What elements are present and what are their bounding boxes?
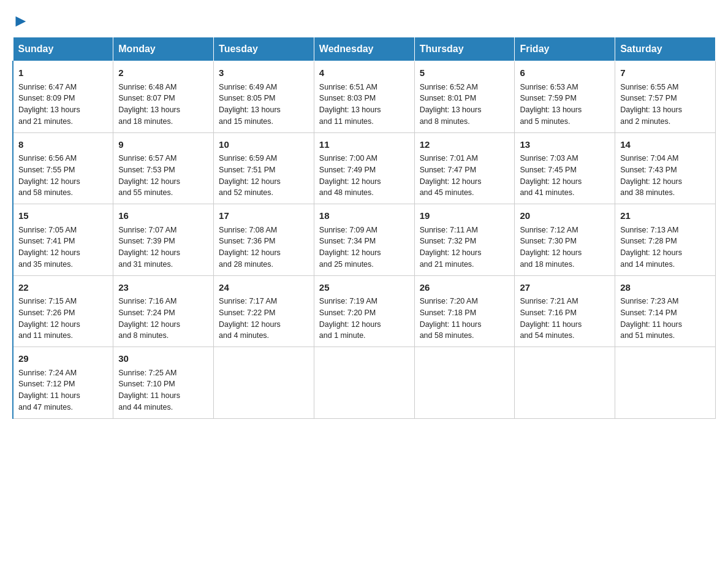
calendar-cell: 18Sunrise: 7:09 AMSunset: 7:34 PMDayligh…	[314, 204, 414, 276]
day-info: Sunrise: 7:04 AMSunset: 7:43 PMDaylight:…	[620, 153, 710, 199]
day-number: 25	[319, 281, 409, 295]
calendar-cell	[414, 347, 515, 419]
day-number: 22	[18, 281, 108, 295]
week-row-2: 8Sunrise: 6:56 AMSunset: 7:55 PMDaylight…	[13, 132, 716, 204]
day-number: 13	[520, 138, 610, 152]
calendar-cell: 27Sunrise: 7:21 AMSunset: 7:16 PMDayligh…	[515, 275, 615, 347]
day-info: Sunrise: 7:25 AMSunset: 7:10 PMDaylight:…	[118, 367, 208, 413]
calendar-cell: 21Sunrise: 7:13 AMSunset: 7:28 PMDayligh…	[615, 204, 716, 276]
day-info: Sunrise: 7:21 AMSunset: 7:16 PMDaylight:…	[520, 296, 610, 342]
day-number: 3	[219, 66, 309, 80]
week-row-5: 29Sunrise: 7:24 AMSunset: 7:12 PMDayligh…	[13, 347, 716, 419]
day-info: Sunrise: 6:57 AMSunset: 7:53 PMDaylight:…	[118, 153, 208, 199]
day-number: 4	[319, 66, 409, 80]
day-info: Sunrise: 7:08 AMSunset: 7:36 PMDaylight:…	[219, 224, 309, 270]
calendar-cell: 13Sunrise: 7:03 AMSunset: 7:45 PMDayligh…	[515, 132, 615, 204]
day-number: 16	[118, 209, 208, 223]
calendar-cell: 1Sunrise: 6:47 AMSunset: 8:09 PMDaylight…	[13, 61, 113, 133]
day-info: Sunrise: 6:55 AMSunset: 7:57 PMDaylight:…	[620, 82, 710, 128]
calendar-cell: 2Sunrise: 6:48 AMSunset: 8:07 PMDaylight…	[113, 61, 214, 133]
calendar-table: Sunday Monday Tuesday Wednesday Thursday…	[12, 37, 716, 419]
calendar-cell: 16Sunrise: 7:07 AMSunset: 7:39 PMDayligh…	[113, 204, 214, 276]
calendar-cell: 5Sunrise: 6:52 AMSunset: 8:01 PMDaylight…	[414, 61, 515, 133]
day-info: Sunrise: 7:00 AMSunset: 7:49 PMDaylight:…	[319, 153, 409, 199]
calendar-cell: 12Sunrise: 7:01 AMSunset: 7:47 PMDayligh…	[414, 132, 515, 204]
day-info: Sunrise: 6:51 AMSunset: 8:03 PMDaylight:…	[319, 82, 409, 128]
day-info: Sunrise: 7:12 AMSunset: 7:30 PMDaylight:…	[520, 224, 610, 270]
week-row-1: 1Sunrise: 6:47 AMSunset: 8:09 PMDaylight…	[13, 61, 716, 133]
calendar-cell: 7Sunrise: 6:55 AMSunset: 7:57 PMDaylight…	[615, 61, 716, 133]
day-number: 8	[18, 138, 108, 152]
calendar-cell	[515, 347, 615, 419]
day-number: 7	[620, 66, 710, 80]
calendar-cell: 28Sunrise: 7:23 AMSunset: 7:14 PMDayligh…	[615, 275, 716, 347]
day-info: Sunrise: 6:48 AMSunset: 8:07 PMDaylight:…	[118, 82, 208, 128]
day-info: Sunrise: 7:24 AMSunset: 7:12 PMDaylight:…	[18, 367, 108, 413]
day-number: 6	[520, 66, 610, 80]
day-number: 27	[520, 281, 610, 295]
header-tuesday: Tuesday	[214, 37, 314, 61]
calendar-cell	[214, 347, 314, 419]
day-info: Sunrise: 7:05 AMSunset: 7:41 PMDaylight:…	[18, 224, 108, 270]
calendar-cell: 8Sunrise: 6:56 AMSunset: 7:55 PMDaylight…	[13, 132, 113, 204]
day-number: 10	[219, 138, 309, 152]
calendar-cell: 11Sunrise: 7:00 AMSunset: 7:49 PMDayligh…	[314, 132, 414, 204]
day-number: 29	[18, 352, 108, 366]
day-info: Sunrise: 7:23 AMSunset: 7:14 PMDaylight:…	[620, 296, 710, 342]
day-info: Sunrise: 7:17 AMSunset: 7:22 PMDaylight:…	[219, 296, 309, 342]
calendar-cell: 17Sunrise: 7:08 AMSunset: 7:36 PMDayligh…	[214, 204, 314, 276]
day-number: 17	[219, 209, 309, 223]
weekday-header-row: Sunday Monday Tuesday Wednesday Thursday…	[13, 37, 716, 61]
calendar-cell: 29Sunrise: 7:24 AMSunset: 7:12 PMDayligh…	[13, 347, 113, 419]
day-info: Sunrise: 6:56 AMSunset: 7:55 PMDaylight:…	[18, 153, 108, 199]
calendar-cell: 25Sunrise: 7:19 AMSunset: 7:20 PMDayligh…	[314, 275, 414, 347]
logo: ►	[12, 12, 29, 27]
calendar-cell: 23Sunrise: 7:16 AMSunset: 7:24 PMDayligh…	[113, 275, 214, 347]
day-number: 21	[620, 209, 710, 223]
day-number: 18	[319, 209, 409, 223]
calendar-cell	[314, 347, 414, 419]
day-info: Sunrise: 7:01 AMSunset: 7:47 PMDaylight:…	[420, 153, 510, 199]
calendar-cell: 24Sunrise: 7:17 AMSunset: 7:22 PMDayligh…	[214, 275, 314, 347]
day-info: Sunrise: 7:15 AMSunset: 7:26 PMDaylight:…	[18, 296, 108, 342]
day-number: 24	[219, 281, 309, 295]
week-row-4: 22Sunrise: 7:15 AMSunset: 7:26 PMDayligh…	[13, 275, 716, 347]
week-row-3: 15Sunrise: 7:05 AMSunset: 7:41 PMDayligh…	[13, 204, 716, 276]
day-info: Sunrise: 7:20 AMSunset: 7:18 PMDaylight:…	[420, 296, 510, 342]
header-thursday: Thursday	[414, 37, 515, 61]
day-info: Sunrise: 6:49 AMSunset: 8:05 PMDaylight:…	[219, 82, 309, 128]
day-number: 26	[420, 281, 510, 295]
day-info: Sunrise: 7:16 AMSunset: 7:24 PMDaylight:…	[118, 296, 208, 342]
day-number: 19	[420, 209, 510, 223]
day-info: Sunrise: 6:53 AMSunset: 7:59 PMDaylight:…	[520, 82, 610, 128]
day-number: 28	[620, 281, 710, 295]
day-number: 14	[620, 138, 710, 152]
calendar-cell: 10Sunrise: 6:59 AMSunset: 7:51 PMDayligh…	[214, 132, 314, 204]
header-monday: Monday	[113, 37, 214, 61]
calendar-cell: 20Sunrise: 7:12 AMSunset: 7:30 PMDayligh…	[515, 204, 615, 276]
logo-icon: ►	[12, 12, 29, 29]
day-info: Sunrise: 6:47 AMSunset: 8:09 PMDaylight:…	[18, 82, 108, 128]
day-number: 12	[420, 138, 510, 152]
calendar-cell: 26Sunrise: 7:20 AMSunset: 7:18 PMDayligh…	[414, 275, 515, 347]
page-header: ►	[12, 12, 716, 27]
day-info: Sunrise: 7:13 AMSunset: 7:28 PMDaylight:…	[620, 224, 710, 270]
logo-text: ►	[12, 12, 29, 29]
day-number: 11	[319, 138, 409, 152]
day-info: Sunrise: 7:11 AMSunset: 7:32 PMDaylight:…	[420, 224, 510, 270]
calendar-cell: 4Sunrise: 6:51 AMSunset: 8:03 PMDaylight…	[314, 61, 414, 133]
day-number: 9	[118, 138, 208, 152]
header-friday: Friday	[515, 37, 615, 61]
day-info: Sunrise: 6:52 AMSunset: 8:01 PMDaylight:…	[420, 82, 510, 128]
calendar-cell: 22Sunrise: 7:15 AMSunset: 7:26 PMDayligh…	[13, 275, 113, 347]
calendar-cell: 19Sunrise: 7:11 AMSunset: 7:32 PMDayligh…	[414, 204, 515, 276]
day-number: 15	[18, 209, 108, 223]
header-saturday: Saturday	[615, 37, 716, 61]
day-number: 20	[520, 209, 610, 223]
calendar-cell: 30Sunrise: 7:25 AMSunset: 7:10 PMDayligh…	[113, 347, 214, 419]
calendar-cell: 6Sunrise: 6:53 AMSunset: 7:59 PMDaylight…	[515, 61, 615, 133]
header-wednesday: Wednesday	[314, 37, 414, 61]
day-info: Sunrise: 7:19 AMSunset: 7:20 PMDaylight:…	[319, 296, 409, 342]
calendar-cell	[615, 347, 716, 419]
day-number: 23	[118, 281, 208, 295]
